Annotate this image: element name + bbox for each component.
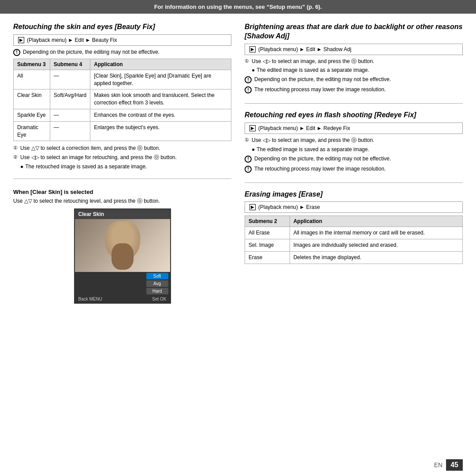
- table-row: EraseDeletes the image displayed.: [245, 251, 463, 264]
- avg-button[interactable]: Avg: [146, 280, 168, 287]
- redeye-fix-note1: ! Depending on the picture, the editing …: [245, 155, 463, 163]
- back-label: Back MENU: [78, 297, 102, 301]
- redeye-fix-step1: ① Use ◁▷ to select an image, and press t…: [245, 137, 463, 144]
- clear-skin-body: Use △▽ to select the retouching level, a…: [13, 197, 231, 205]
- col-header-submenu3: Submenu 3: [14, 59, 50, 70]
- table-row: Dramatic Eye—Enlarges the subject’s eyes…: [14, 121, 231, 141]
- table-row: Sparkle Eye—Enhances the contrast of the…: [14, 109, 231, 121]
- page-number: 45: [446, 459, 463, 471]
- erase-col-application: Application: [290, 216, 462, 227]
- table-row: Clear SkinSoft/Avg/HardMakes skin look s…: [14, 89, 231, 109]
- left-column: Retouching the skin and eyes [Beauty Fix…: [13, 22, 231, 446]
- redeye-fix-menu-path: ▶ (Playback menu) ► Edit ► Redeye Fix: [245, 123, 463, 134]
- beauty-fix-bullet1: ● The retouched image is saved as a sepa…: [20, 163, 231, 171]
- beauty-fix-section: Retouching the skin and eyes [Beauty Fix…: [13, 22, 231, 171]
- beauty-fix-note1: ! Depending on the picture, the editing …: [13, 48, 231, 56]
- erase-section: Erasing images [Erase] ▶ (Playback menu)…: [245, 190, 463, 268]
- warning-icon: !: [13, 49, 20, 56]
- col-header-submenu4: Submenu 4: [50, 59, 90, 70]
- redeye-fix-title: Retouching red eyes in flash shooting [R…: [245, 111, 463, 120]
- redeye-fix-section: Retouching red eyes in flash shooting [R…: [245, 111, 463, 175]
- col-header-application: Application: [90, 59, 231, 70]
- playback-icon-3: ▶: [249, 125, 256, 131]
- right-column: Brightening areas that are dark due to b…: [245, 22, 463, 446]
- warning-icon-3: !: [245, 86, 252, 93]
- shadow-adj-menu-path: ▶ (Playback menu) ► Edit ► Shadow Adj: [245, 44, 463, 55]
- erase-title: Erasing images [Erase]: [245, 190, 463, 199]
- shadow-adj-bullet1: ● The edited image is saved as a separat…: [252, 67, 463, 74]
- warning-icon-5: !: [245, 166, 252, 173]
- camera-screen-title: Clear Skin: [75, 209, 170, 219]
- shadow-adj-step1: ① Use ◁▷ to select an image, and press t…: [245, 58, 463, 65]
- camera-buttons-panel: Soft Avg Hard: [75, 272, 170, 295]
- beauty-fix-step1: ① Use △▽ to select a correction item, an…: [13, 145, 231, 152]
- playback-icon-2: ▶: [249, 46, 256, 52]
- shadow-adj-title: Brightening areas that are dark due to b…: [245, 22, 463, 41]
- shadow-adj-note1: ! Depending on the picture, the editing …: [245, 76, 463, 83]
- camera-screen: Clear Skin Soft Avg Hard Back MENU Set O…: [74, 208, 171, 304]
- top-bar: For information on using the menus, see …: [0, 0, 476, 14]
- warning-icon-4: !: [245, 156, 252, 163]
- beauty-fix-menu-path: ▶ (Playback menu) ► Edit ► Beauty Fix: [13, 34, 231, 46]
- redeye-fix-bullet1: ● The edited image is saved as a separat…: [252, 146, 463, 153]
- playback-icon-4: ▶: [249, 204, 256, 210]
- clear-skin-section: When [Clear Skin] is selected Use △▽ to …: [13, 186, 231, 307]
- beauty-fix-title: Retouching the skin and eyes [Beauty Fix…: [13, 22, 231, 32]
- playback-icon: ▶: [18, 37, 24, 43]
- clear-skin-title: When [Clear Skin] is selected: [13, 189, 231, 195]
- soft-button[interactable]: Soft: [146, 273, 168, 279]
- table-row: All EraseAll images in the internal memo…: [245, 227, 463, 239]
- erase-col-submenu2: Submenu 2: [245, 216, 290, 227]
- beauty-fix-step2: ② Use ◁▷ to select an image for retouchi…: [13, 154, 231, 161]
- en-label: EN: [434, 461, 443, 469]
- erase-table: Submenu 2 Application All EraseAll image…: [245, 216, 463, 264]
- shadow-adj-section: Brightening areas that are dark due to b…: [245, 22, 463, 96]
- redeye-fix-note2: ! The retouching process may lower the i…: [245, 165, 463, 173]
- beauty-fix-table: Submenu 3 Submenu 4 Application All—[Cle…: [13, 59, 231, 141]
- camera-screen-image: [75, 219, 170, 272]
- camera-footer: Back MENU Set OK: [75, 295, 170, 303]
- hard-button[interactable]: Hard: [146, 288, 168, 294]
- set-label: Set OK: [152, 297, 166, 301]
- page-footer: EN 45: [434, 459, 463, 471]
- camera-person-figure: [105, 221, 140, 261]
- table-row: All—[Clear Skin], [Sparkle Eye] and [Dra…: [14, 70, 231, 89]
- shadow-adj-note2: ! The retouching process may lower the i…: [245, 86, 463, 93]
- table-row: Sel. ImageImages are individually select…: [245, 239, 463, 252]
- warning-icon-2: !: [245, 76, 252, 83]
- erase-menu-path: ▶ (Playback menu) ► Erase: [245, 201, 463, 213]
